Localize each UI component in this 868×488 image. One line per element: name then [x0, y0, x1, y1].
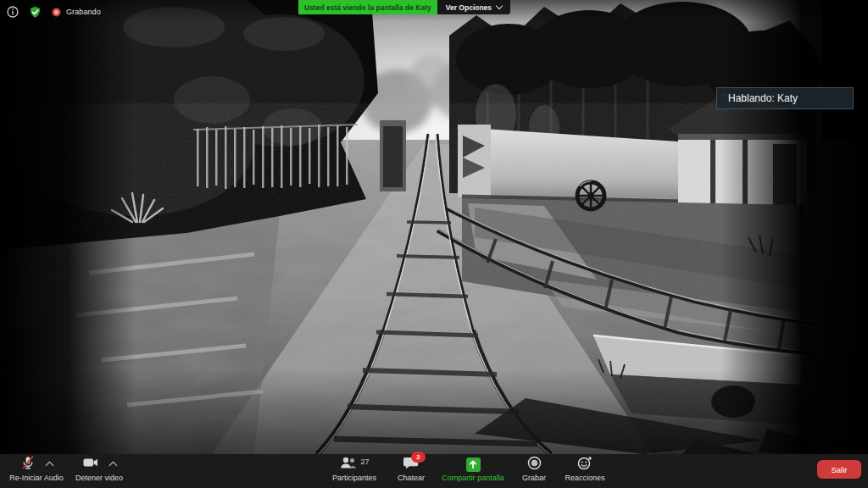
mic-muted-icon	[20, 455, 36, 474]
share-screen-button[interactable]: Compartir pantalla	[436, 457, 510, 482]
shared-screen-photo	[0, 0, 868, 454]
reactions-smiley-icon	[577, 456, 593, 474]
security-shield-icon[interactable]	[29, 6, 42, 19]
chat-button[interactable]: 2 Chatear	[387, 457, 436, 482]
video-menu-chevron-icon[interactable]	[109, 462, 118, 470]
recording-label: Grabando	[66, 8, 101, 16]
meeting-toolbar: Re-Iniciar Audio Detener video	[0, 454, 868, 488]
video-camera-icon	[82, 456, 99, 473]
chat-label: Chatear	[398, 474, 425, 482]
reactions-label: Reacciones	[565, 474, 604, 482]
video-button[interactable]: Detener video	[71, 457, 127, 482]
chat-bubble-icon: 2	[403, 456, 419, 473]
participants-label: Participantes	[332, 474, 376, 482]
chat-unread-badge: 2	[411, 452, 426, 463]
record-button[interactable]: Grabar	[510, 457, 558, 482]
share-screen-icon	[466, 458, 481, 472]
record-icon	[527, 456, 542, 474]
audio-menu-chevron-icon[interactable]	[46, 462, 54, 470]
view-options-label: Ver Opciones	[446, 3, 492, 12]
share-screen-label: Compartir pantalla	[442, 474, 504, 482]
participants-icon	[339, 456, 358, 474]
audio-button[interactable]: Re-Iniciar Audio	[3, 457, 70, 482]
meeting-status-bar: Grabando	[7, 4, 101, 19]
leave-meeting-button[interactable]: Salir	[817, 460, 861, 479]
speaking-badge: Hablando: Katy	[716, 87, 854, 109]
participants-count: 27	[360, 458, 369, 466]
viewing-banner-text: Usted está viendo la pantalla de Katy	[298, 0, 437, 14]
speaking-badge-text: Hablando: Katy	[728, 92, 798, 104]
participants-button[interactable]: 27 Participantes	[322, 457, 387, 482]
record-label: Grabar	[522, 474, 546, 482]
video-label: Detener video	[75, 474, 123, 482]
view-options-button[interactable]: Ver Opciones	[437, 0, 510, 14]
recording-dot-icon	[52, 8, 61, 17]
info-icon[interactable]	[7, 6, 19, 18]
screen-share-banner: Usted está viendo la pantalla de Katy Ve…	[298, 0, 510, 14]
audio-label: Re-Iniciar Audio	[9, 474, 64, 482]
chevron-down-icon	[496, 3, 503, 9]
reactions-button[interactable]: Reacciones	[558, 457, 612, 482]
